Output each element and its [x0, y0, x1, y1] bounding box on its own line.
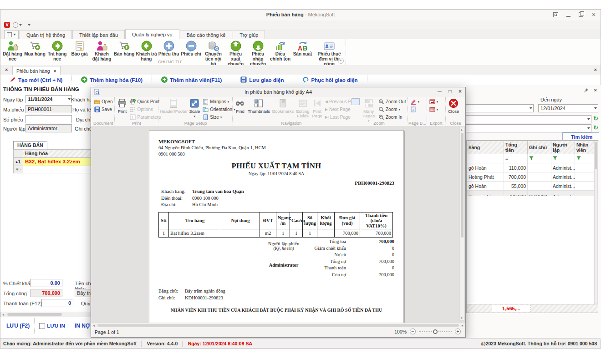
close-tab-right-icon[interactable]: ×: [594, 67, 597, 72]
result-row-1[interactable]: Hoàng Phát700,000Administ...: [467, 172, 598, 182]
menu-tab-0[interactable]: Quản trị hệ thống: [20, 30, 72, 40]
restore-button[interactable]: [578, 11, 584, 18]
many-pages-button[interactable]: Many Pages▾: [361, 98, 377, 122]
result-row-0[interactable]: gô Hoàn110,000Administ...: [467, 163, 598, 172]
zoom-slider-knob[interactable]: [433, 329, 438, 334]
options-button[interactable]: Options: [129, 106, 162, 113]
date-input[interactable]: 11/01/2024: [25, 95, 72, 103]
qat-dropdown-icon[interactable]: [19, 24, 22, 26]
save-button[interactable]: Save: [93, 106, 113, 113]
grid-column-1[interactable]: Tổng tiền: [504, 141, 528, 154]
grid-column-2[interactable]: Ghi chú: [528, 141, 551, 154]
to-date-input[interactable]: 12/01/2024: [538, 104, 598, 112]
header-footer-button[interactable]: Header/Footer: [160, 98, 187, 114]
first-page-button[interactable]: First Page: [311, 98, 323, 118]
group-expand-icon[interactable]: ▾: [338, 58, 344, 64]
save-print-checkbox[interactable]: LƯU IN: [35, 318, 70, 334]
editing-fields-button[interactable]: Editing Fields: [295, 98, 310, 118]
preview-vertical-scrollbar[interactable]: ▴ ▾: [459, 127, 464, 321]
refresh-icon[interactable]: ↻: [593, 115, 598, 122]
close-preview-button[interactable]: Close: [447, 98, 460, 114]
from-date-input[interactable]: [466, 104, 534, 112]
qat-customize-icon[interactable]: [28, 24, 31, 26]
save-f2-button[interactable]: LƯU (F2): [0, 318, 35, 334]
discount-input[interactable]: 0.00: [31, 279, 62, 287]
panel-close-icon[interactable]: ×: [594, 87, 597, 93]
grid-empty-area: [466, 196, 598, 304]
watermark-button[interactable]: A: [409, 106, 420, 113]
quick-print-button[interactable]: ?Quick Print: [129, 98, 162, 105]
zoom-out-button[interactable]: Zoom Out: [377, 98, 407, 105]
bookmarks-button[interactable]: Bookmarks: [271, 98, 294, 114]
filter-cell-2[interactable]: [528, 154, 551, 163]
filter-cell-3[interactable]: [551, 154, 575, 163]
menu-tab-2[interactable]: Quản lý nghiệp vụ: [125, 29, 179, 40]
pin-icon[interactable]: [584, 88, 589, 94]
app-logo[interactable]: V: [4, 22, 10, 28]
chevron-down-icon[interactable]: [68, 98, 71, 100]
action-0[interactable]: Tạo mới (Ctrl + N): [0, 75, 72, 85]
close-tab-left-icon[interactable]: ×: [5, 67, 8, 72]
menu-tab-3[interactable]: Báo cáo thống kê: [180, 30, 233, 40]
size-button[interactable]: Size ▾: [202, 114, 236, 121]
menu-tab-1[interactable]: Thiết lập ban đầu: [72, 30, 125, 40]
thumbnails-button[interactable]: Thumbnails: [247, 98, 270, 114]
result-row-2[interactable]: gô Hoàn55,000Administ...: [467, 182, 598, 191]
zoom-plus-button[interactable]: +: [455, 329, 461, 334]
orientation-button[interactable]: Orientation ▾: [202, 106, 236, 113]
minimize-button[interactable]: [565, 11, 571, 18]
export-document-button[interactable]: ▾: [428, 98, 439, 105]
hand-tool-button[interactable]: [351, 106, 360, 113]
refresh-icon-2[interactable]: ↻: [593, 124, 598, 131]
dialog-minimize-icon[interactable]: ─: [438, 88, 442, 95]
total-input[interactable]: 700,000: [31, 289, 62, 297]
filter-combo-1[interactable]: [466, 115, 591, 123]
open-button[interactable]: Open: [93, 98, 113, 105]
parameters-button[interactable]: ?Parameters: [129, 114, 162, 121]
find-button[interactable]: Find: [234, 98, 246, 114]
tab-close-icon[interactable]: ×: [54, 68, 56, 74]
dialog-maximize-icon[interactable]: □: [448, 88, 452, 95]
zoom-slider[interactable]: [419, 331, 452, 332]
zoom-button[interactable]: Zoom ▾: [377, 106, 407, 113]
dialog-titlebar[interactable]: In phiếu bán hàng khổ giấy A4 ─ □ ×: [91, 87, 465, 97]
page-color-button[interactable]: ▾: [409, 98, 420, 105]
preview-ribbon: Open Save Document Print ?Quick Print Op…: [91, 97, 465, 126]
grid-column-0[interactable]: hàng: [467, 141, 504, 154]
margins-button[interactable]: Margins ▾: [202, 98, 236, 105]
filter-combo-2[interactable]: [466, 124, 591, 132]
close-button[interactable]: ×: [591, 11, 597, 18]
scale-button[interactable]: Scale▾: [188, 98, 201, 118]
grid-vertical-scrollbar[interactable]: [594, 141, 598, 304]
grid-filter-row[interactable]: =: [467, 154, 598, 163]
print-button[interactable]: Print: [116, 98, 128, 114]
action-label: Tạo mới (Ctrl + N): [18, 77, 62, 83]
application-menu-button[interactable]: [4, 30, 19, 39]
filter-cell-1[interactable]: =: [504, 154, 528, 163]
number-input[interactable]: [25, 115, 72, 123]
tab-hang-ban[interactable]: HÀNG BÁN: [13, 141, 47, 149]
payment-input[interactable]: 0: [41, 299, 73, 307]
pointer-tool-button[interactable]: [351, 98, 360, 105]
filter-cell-0[interactable]: [467, 154, 504, 163]
menu-tab-4[interactable]: Trợ giúp: [233, 30, 265, 40]
magnifier-tool-button[interactable]: [351, 114, 360, 121]
dialog-close-icon[interactable]: ×: [458, 88, 462, 95]
creator-input[interactable]: Administrator: [25, 124, 72, 132]
fit-screen-button[interactable]: [552, 11, 559, 18]
action-2[interactable]: Thêm nhân viên(F11): [152, 75, 231, 85]
invoice-cell: 1: [303, 229, 317, 238]
qat-button[interactable]: [13, 22, 18, 28]
checkbox-icon[interactable]: [39, 323, 45, 329]
tab-phieu-ban-hang[interactable]: Phiếu bán hàng ×: [12, 66, 61, 76]
action-4[interactable]: Phục hồi giao diện: [293, 75, 367, 85]
print-debt-button[interactable]: ? IN NỢ: [70, 318, 93, 334]
grid-column-3[interactable]: Người lập: [551, 141, 575, 154]
chevron-down-icon[interactable]: [594, 107, 597, 109]
action-1[interactable]: Thêm hàng hóa (F10): [72, 75, 152, 85]
send-email-button[interactable]: ▾: [428, 106, 439, 113]
action-3[interactable]: Lưu giao diện: [231, 75, 293, 85]
code-input[interactable]: PBH00001-290823: [25, 105, 72, 113]
zoom-minus-button[interactable]: −: [410, 329, 416, 334]
zoom-in-button[interactable]: Zoom In: [377, 114, 407, 121]
